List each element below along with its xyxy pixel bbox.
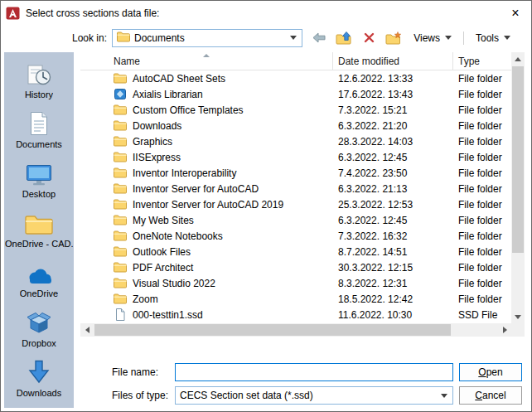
horizontal-scrollbar-thumb[interactable] <box>94 324 451 336</box>
file-name-cell: Visual Studio 2022 <box>80 278 333 289</box>
folder-icon <box>114 73 127 84</box>
scroll-right-icon[interactable] <box>498 323 511 337</box>
delete-button[interactable] <box>358 28 380 48</box>
toolbar: Look in: Documents Views Tools <box>1 25 531 51</box>
horizontal-scrollbar[interactable] <box>80 323 511 337</box>
file-name-label: File name: <box>112 366 175 378</box>
file-type-cell: File folder <box>453 183 511 195</box>
back-button[interactable] <box>308 28 330 48</box>
file-name-text: Inventor Interoperability <box>133 167 236 179</box>
dropbox-icon <box>27 310 51 335</box>
file-name-cell: Downloads <box>80 120 333 132</box>
sidebar-item-label: Desktop <box>22 189 56 199</box>
folder-icon <box>114 167 127 178</box>
toolbar-divider <box>463 32 464 45</box>
sidebar-item[interactable]: Desktop <box>4 155 74 205</box>
sidebar-item[interactable]: Dropbox <box>4 304 74 354</box>
new-folder-button[interactable] <box>383 28 404 48</box>
file-name-text: Visual Studio 2022 <box>133 278 215 289</box>
documents-icon <box>28 111 50 136</box>
file-date-cell: 7.3.2022. 16:32 <box>333 230 453 242</box>
views-button[interactable]: Views <box>409 30 456 46</box>
file-name-cell: Zoom <box>80 293 333 305</box>
file-type-cell: File folder <box>453 230 511 242</box>
file-row[interactable]: Axialis Librarian 17.6.2022. 13:43 File … <box>80 86 511 102</box>
scroll-up-icon[interactable] <box>511 52 525 65</box>
file-row[interactable]: Inventor Server for AutoCAD 2019 25.3.20… <box>80 196 511 212</box>
sidebar-item[interactable]: Documents <box>4 105 74 155</box>
file-name-cell: Inventor Interoperability <box>80 167 333 179</box>
file-row[interactable]: Graphics 28.3.2022. 14:03 File folder <box>80 133 511 149</box>
vertical-scrollbar-thumb[interactable] <box>512 66 524 253</box>
files-of-type-row: Files of type: CECS Section set data (*.… <box>1 386 531 405</box>
file-name-cell: PDF Architect <box>80 262 333 274</box>
file-name-text: PDF Architect <box>133 262 193 274</box>
file-row[interactable]: OneNote Notebooks 7.3.2022. 16:32 File f… <box>80 228 511 244</box>
file-row[interactable]: 000-testtin1.ssd 11.6.2022. 10:30 SSD Fi… <box>80 307 511 322</box>
file-row[interactable]: Custom Office Templates 7.3.2022. 15:21 … <box>80 102 511 118</box>
file-row[interactable]: IISExpress 6.3.2022. 12:45 File folder <box>80 149 511 165</box>
chevron-down-icon <box>445 36 452 40</box>
look-in-select[interactable]: Documents <box>112 29 302 47</box>
file-row[interactable]: AutoCAD Sheet Sets 12.6.2022. 13:33 File… <box>80 70 511 86</box>
file-row[interactable]: PDF Architect 30.3.2022. 12:15 File fold… <box>80 259 511 275</box>
open-button[interactable]: Open <box>459 363 522 381</box>
folder-icon <box>114 246 127 257</box>
column-header-type[interactable]: Type <box>453 52 511 70</box>
files-of-type-value: CECS Section set data (*.ssd) <box>180 390 437 401</box>
titlebar: Select cross sections data file: × <box>1 1 531 25</box>
tools-button[interactable]: Tools <box>472 30 515 46</box>
file-name-input[interactable] <box>175 363 453 381</box>
cancel-button[interactable]: Cancel <box>459 386 522 405</box>
file-name-text: 000-testtin1.ssd <box>133 309 203 321</box>
file-name-text: Downloads <box>133 120 181 132</box>
file-row[interactable]: My Web Sites 6.3.2022. 12:45 File folder <box>80 212 511 228</box>
folder-icon <box>114 183 127 194</box>
up-one-level-button[interactable] <box>333 28 355 48</box>
sidebar-item[interactable]: History <box>4 56 74 105</box>
scrollbar-corner <box>511 323 525 337</box>
file-name-text: Custom Office Templates <box>133 104 244 116</box>
sidebar-item[interactable]: OneDrive <box>4 254 74 304</box>
file-row[interactable]: Downloads 6.3.2022. 21:20 File folder <box>80 118 511 133</box>
autocad-app-icon <box>6 7 20 20</box>
column-header-date-modified[interactable]: Date modified <box>333 52 453 70</box>
file-row[interactable]: Inventor Server for AutoCAD 6.3.2022. 21… <box>80 181 511 196</box>
sidebar-item[interactable]: OneDrive - CAD... <box>4 205 74 254</box>
file-type-cell: File folder <box>453 89 511 100</box>
folder-icon <box>114 262 127 273</box>
column-header-name[interactable]: Name <box>80 52 333 70</box>
desktop-icon <box>26 161 52 186</box>
file-name-cell: Inventor Server for AutoCAD 2019 <box>80 199 333 211</box>
file-row[interactable]: Visual Studio 2022 8.3.2022. 12:31 File … <box>80 275 511 291</box>
close-button[interactable]: × <box>503 3 528 23</box>
file-name-text: Zoom <box>133 293 158 305</box>
file-row[interactable]: Zoom 18.5.2022. 12:42 File folder <box>80 291 511 307</box>
files-of-type-label: Files of type: <box>112 390 175 401</box>
files-of-type-select[interactable]: CECS Section set data (*.ssd) <box>175 386 453 405</box>
file-type-cell: File folder <box>453 215 511 226</box>
file-name-cell: 000-testtin1.ssd <box>80 308 333 321</box>
file-type-cell: File folder <box>453 73 511 85</box>
views-label: Views <box>414 32 440 44</box>
file-type-cell: File folder <box>453 278 511 289</box>
file-row[interactable]: Inventor Interoperability 7.4.2022. 23:5… <box>80 165 511 181</box>
file-name-cell: Outlook Files <box>80 246 333 258</box>
file-date-cell: 6.3.2022. 21:13 <box>333 183 453 195</box>
scroll-left-icon[interactable] <box>80 323 94 337</box>
file-name-text: Inventor Server for AutoCAD <box>133 183 259 195</box>
folder-icon <box>114 293 127 304</box>
folder-icon <box>114 215 127 225</box>
history-icon <box>27 61 51 86</box>
file-name-text: Axialis Librarian <box>133 89 203 100</box>
file-row[interactable]: Outlook Files 8.7.2022. 14:51 File folde… <box>80 244 511 259</box>
file-type-cell: File folder <box>453 246 511 258</box>
vertical-scrollbar[interactable] <box>511 52 525 323</box>
folder-icon <box>114 230 127 241</box>
file-date-cell: 30.3.2022. 12:15 <box>333 262 453 274</box>
file-name-text: OneNote Notebooks <box>133 230 223 242</box>
file-name-cell: Inventor Server for AutoCAD <box>80 183 333 195</box>
file-date-cell: 18.5.2022. 12:42 <box>333 293 453 305</box>
file-type-cell: File folder <box>453 136 511 148</box>
scroll-down-icon[interactable] <box>511 310 525 323</box>
